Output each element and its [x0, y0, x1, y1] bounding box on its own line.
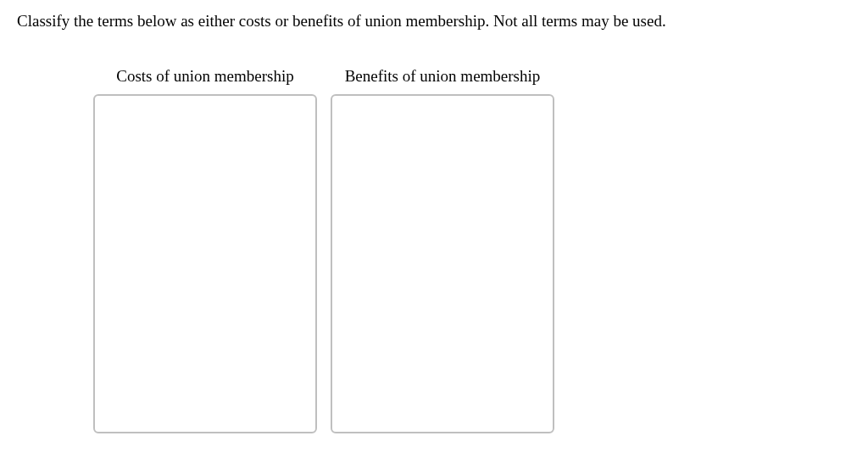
classification-columns: Costs of union membership Benefits of un…	[93, 67, 851, 433]
instruction-text: Classify the terms below as either costs…	[17, 10, 851, 33]
benefits-drop-zone[interactable]	[331, 94, 554, 433]
benefits-header: Benefits of union membership	[345, 67, 541, 86]
costs-header: Costs of union membership	[116, 67, 294, 86]
costs-column: Costs of union membership	[93, 67, 317, 433]
costs-drop-zone[interactable]	[93, 94, 317, 433]
benefits-column: Benefits of union membership	[331, 67, 554, 433]
